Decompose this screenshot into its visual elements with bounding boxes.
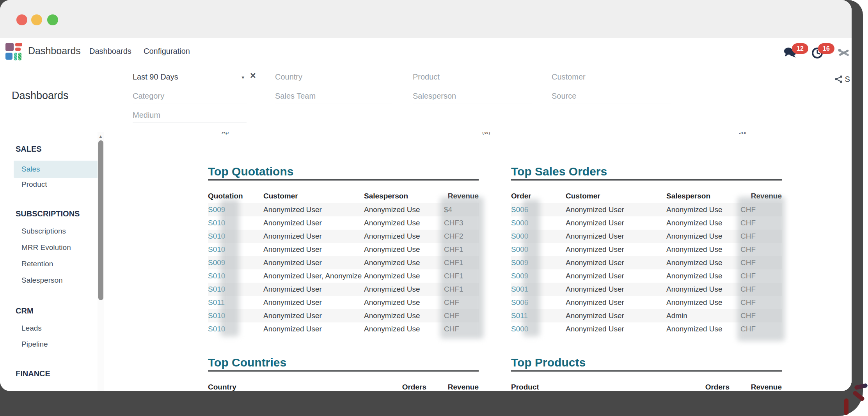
customer-filter-input[interactable]: Customer <box>552 71 671 84</box>
close-window-button[interactable] <box>16 14 27 25</box>
remove-facet-icon[interactable]: ✕ <box>250 71 256 80</box>
activities-badge: 16 <box>818 43 834 54</box>
salesperson-filter-input[interactable]: Salesperson <box>413 90 532 103</box>
customer-cell: Anonymized User <box>263 322 364 336</box>
sales-team-filter-input[interactable]: Sales Team <box>275 90 392 103</box>
blur-overlay-order-ids <box>523 199 540 336</box>
country-filter-input[interactable]: Country <box>275 71 392 84</box>
column-header[interactable]: Revenue <box>730 383 782 391</box>
category-filter-input[interactable]: Category <box>133 90 247 103</box>
top-sales-orders-rule <box>511 179 782 181</box>
blur-overlay-quotation-revenue <box>440 197 484 339</box>
column-header[interactable]: Country <box>208 383 372 391</box>
product-filter-input[interactable]: Product <box>413 71 532 84</box>
table-row[interactable]: S009 Anonymized User Anonymized Use $4 <box>208 203 479 216</box>
app-icon-tile <box>15 43 22 46</box>
salesperson-cell: Anonymized Use <box>666 230 740 243</box>
share-button[interactable]: S <box>835 74 852 85</box>
app-icon-tile <box>15 48 21 51</box>
app-brand-name[interactable]: Dashboards <box>28 45 81 57</box>
salesperson-cell: Anonymized Use <box>666 322 740 336</box>
salesperson-cell: Anonymized Use <box>364 216 444 230</box>
salesperson-cell: Anonymized Use <box>666 216 740 230</box>
app-icon-tile <box>5 53 12 60</box>
sidebar-section-finance: FINANCE <box>16 369 50 378</box>
app-icon-tile <box>14 53 17 60</box>
salesperson-cell: Anonymized Use <box>364 243 444 256</box>
table-row[interactable]: S010 Anonymized User Anonymized Use CHF <box>208 309 479 322</box>
app-icon-tile <box>5 43 14 51</box>
dashboard-sidebar: SALES Sales Product SUBSCRIPTIONS Subscr… <box>0 132 106 391</box>
sidebar-item-salesperson[interactable]: Salesperson <box>21 272 63 289</box>
table-row[interactable]: S010 Anonymized User Anonymized Use CHF1 <box>208 283 479 296</box>
customer-cell: Anonymized User <box>566 230 666 243</box>
column-header[interactable]: Salesperson <box>364 192 444 200</box>
sidebar-item-leads[interactable]: Leads <box>21 320 42 337</box>
top-countries-header: Country Orders Revenue <box>208 383 479 391</box>
menu-dashboards[interactable]: Dashboards <box>89 47 131 56</box>
column-header[interactable]: Orders <box>372 383 426 391</box>
table-row[interactable]: S010 Anonymized User, Anonymize Anonymiz… <box>208 269 479 283</box>
date-filter-value: Last 90 Days <box>133 73 178 81</box>
sidebar-scrollbar-thumb[interactable] <box>98 140 103 300</box>
salesperson-cell: Anonymized Use <box>666 256 740 269</box>
top-quotations-title: Top Quotations <box>208 165 293 178</box>
axis-label-fragment: (w) <box>482 132 502 135</box>
salesperson-cell: Anonymized Use <box>666 296 740 309</box>
menu-configuration[interactable]: Configuration <box>144 47 190 56</box>
customer-cell: Anonymized User <box>566 243 666 256</box>
top-quotations-table: Quotation Customer Salesperson Revenue S… <box>208 192 479 336</box>
sidebar-item-mrr-evolution[interactable]: MRR Evolution <box>21 239 71 256</box>
column-header[interactable]: Customer <box>263 192 364 200</box>
axis-label-fragment: Jul <box>739 132 758 135</box>
customer-cell: Anonymized User, Anonymize <box>263 269 364 283</box>
table-row[interactable]: S010 Anonymized User Anonymized Use CHF2 <box>208 230 479 243</box>
customer-cell: Anonymized User <box>263 216 364 230</box>
table-row[interactable]: S010 Anonymized User Anonymized Use CHF <box>208 322 479 336</box>
sidebar-item-product[interactable]: Product <box>21 176 47 193</box>
developer-tools-icon[interactable] <box>838 48 850 58</box>
column-header[interactable]: Customer <box>566 192 666 200</box>
table-row[interactable]: S010 Anonymized User Anonymized Use CHF3 <box>208 216 479 230</box>
axis-label-fragment: Ap <box>222 132 241 135</box>
source-filter-input[interactable]: Source <box>552 90 671 103</box>
salesperson-cell: Anonymized Use <box>364 203 444 216</box>
column-header[interactable]: Revenue <box>426 383 479 391</box>
top-quotations-header: Quotation Customer Salesperson Revenue <box>208 192 479 200</box>
column-header[interactable]: Orders <box>675 383 730 391</box>
medium-filter-input[interactable]: Medium <box>133 109 247 122</box>
date-filter-facet[interactable]: Last 90 Days ▾ <box>133 71 247 84</box>
customer-cell: Anonymized User <box>566 283 666 296</box>
salesperson-cell: Anonymized Use <box>364 309 444 322</box>
customer-cell: Anonymized User <box>263 256 364 269</box>
share-icon <box>835 75 843 83</box>
sidebar-item-subscriptions[interactable]: Subscriptions <box>21 223 66 240</box>
scroll-up-arrow-icon[interactable]: ▲ <box>98 134 103 139</box>
chevron-down-icon[interactable]: ▾ <box>241 72 244 83</box>
sidebar-item-pipeline[interactable]: Pipeline <box>21 336 48 353</box>
titlebar <box>0 0 852 38</box>
zoom-window-button[interactable] <box>47 14 58 25</box>
salesperson-cell: Anonymized Use <box>666 203 740 216</box>
salesperson-cell: Anonymized Use <box>364 322 444 336</box>
top-countries-rule <box>208 370 479 372</box>
customer-cell: Anonymized User <box>566 203 666 216</box>
sidebar-item-retention[interactable]: Retention <box>21 255 53 273</box>
sidebar-scrollbar[interactable]: ▲ <box>98 132 104 391</box>
column-header[interactable]: Product <box>511 383 675 391</box>
sidebar-item-sales[interactable]: Sales <box>14 161 100 178</box>
column-header[interactable]: Salesperson <box>666 192 740 200</box>
customer-cell: Anonymized User <box>566 216 666 230</box>
customer-cell: Anonymized User <box>263 230 364 243</box>
dashboard-content: Ap (w) Jul Top Quotations Quotation Cust… <box>106 132 852 391</box>
dashboards-app-icon[interactable] <box>5 43 23 61</box>
app-window: Dashboards Dashboards Configuration 12 1… <box>0 0 852 391</box>
table-row[interactable]: S009 Anonymized User Anonymized Use CHF1 <box>208 256 479 269</box>
table-row[interactable]: S010 Anonymized User Anonymized Use CHF1 <box>208 243 479 256</box>
minimize-window-button[interactable] <box>31 14 42 25</box>
table-row[interactable]: S011 Anonymized User Anonymized Use CHF <box>208 296 479 309</box>
customer-cell: Anonymized User <box>566 322 666 336</box>
sidebar-section-sales: SALES <box>16 145 42 154</box>
column-header[interactable]: Order <box>511 192 566 200</box>
top-products-header: Product Orders Revenue <box>511 383 782 391</box>
